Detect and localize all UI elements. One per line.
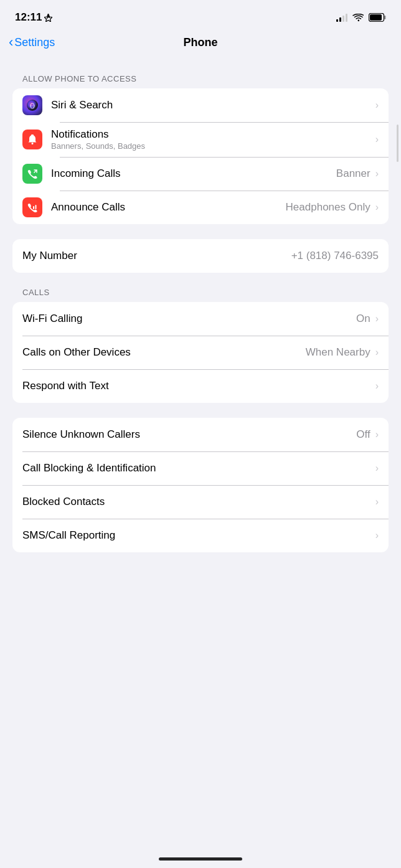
home-indicator xyxy=(159,857,242,861)
svg-rect-8 xyxy=(31,134,34,136)
card-calls: Wi-Fi Calling On › Calls on Other Device… xyxy=(12,302,389,403)
wifi-calling-value: On xyxy=(356,313,370,325)
row-sms-call-reporting[interactable]: SMS/Call Reporting › xyxy=(12,519,389,552)
silence-unknown-label: Silence Unknown Callers xyxy=(22,428,356,441)
announce-calls-label: Announce Calls xyxy=(51,201,286,214)
siri-search-label: Siri & Search xyxy=(51,99,373,111)
section-label-allow: ALLOW PHONE TO ACCESS xyxy=(0,74,401,83)
incoming-calls-icon xyxy=(22,164,42,184)
siri-icon xyxy=(22,95,42,115)
row-siri-search[interactable]: Siri & Search › xyxy=(12,88,389,122)
incoming-calls-label: Incoming Calls xyxy=(51,167,336,180)
row-respond-with-text[interactable]: Respond with Text › xyxy=(12,369,389,403)
time-label: 12:11 xyxy=(15,11,42,24)
chevron-icon: › xyxy=(375,100,379,111)
chevron-icon: › xyxy=(375,168,379,179)
row-blocked-contacts[interactable]: Blocked Contacts › xyxy=(12,485,389,519)
call-blocking-label: Call Blocking & Identification xyxy=(22,462,373,474)
blocked-contacts-label: Blocked Contacts xyxy=(22,496,373,508)
svg-rect-10 xyxy=(35,205,37,209)
chevron-icon: › xyxy=(375,380,379,392)
notifications-icon xyxy=(22,130,42,149)
notifications-subtitle: Banners, Sounds, Badges xyxy=(51,141,373,151)
row-my-number[interactable]: My Number +1 (818) 746-6395 xyxy=(12,239,389,273)
back-chevron-icon: ‹ xyxy=(9,35,13,49)
svg-rect-2 xyxy=(384,16,386,19)
chevron-icon: › xyxy=(375,429,379,440)
respond-with-text-label: Respond with Text xyxy=(22,380,373,392)
chevron-icon: › xyxy=(375,313,379,324)
row-silence-unknown[interactable]: Silence Unknown Callers Off › xyxy=(12,418,389,451)
announce-calls-value: Headphones Only xyxy=(286,201,370,214)
status-bar: 12:11 xyxy=(0,0,401,31)
section-label-calls: CALLS xyxy=(0,288,401,297)
my-number-value: +1 (818) 746-6395 xyxy=(291,250,379,262)
my-number-label: My Number xyxy=(22,250,291,262)
status-right xyxy=(336,13,386,22)
chevron-icon: › xyxy=(375,134,379,145)
wifi-icon xyxy=(352,14,364,22)
calls-other-devices-value: When Nearby xyxy=(306,346,370,359)
svg-point-4 xyxy=(27,100,38,111)
calls-other-devices-label: Calls on Other Devices xyxy=(22,346,306,359)
card-allow-access: Siri & Search › Notifications Banners, S… xyxy=(12,88,389,224)
incoming-calls-value: Banner xyxy=(336,167,370,180)
card-my-number: My Number +1 (818) 746-6395 xyxy=(12,239,389,273)
chevron-icon: › xyxy=(375,202,379,213)
svg-rect-3 xyxy=(370,14,382,21)
row-announce-calls[interactable]: Announce Calls Headphones Only › xyxy=(12,191,389,224)
svg-point-0 xyxy=(358,19,359,21)
card-blocking: Silence Unknown Callers Off › Call Block… xyxy=(12,418,389,552)
sms-call-reporting-label: SMS/Call Reporting xyxy=(22,529,373,542)
chevron-icon: › xyxy=(375,347,379,358)
chevron-icon: › xyxy=(375,463,379,474)
silence-unknown-value: Off xyxy=(356,428,370,441)
back-button[interactable]: ‹ Settings xyxy=(9,36,55,49)
notifications-label: Notifications xyxy=(51,128,373,141)
row-notifications[interactable]: Notifications Banners, Sounds, Badges › xyxy=(12,122,389,157)
row-calls-other-devices[interactable]: Calls on Other Devices When Nearby › xyxy=(12,336,389,369)
page-header: ‹ Settings Phone xyxy=(0,31,401,59)
status-time: 12:11 xyxy=(15,11,52,24)
location-icon xyxy=(44,14,52,22)
scrollbar[interactable] xyxy=(397,125,399,162)
row-incoming-calls[interactable]: Incoming Calls Banner › xyxy=(12,157,389,191)
svg-rect-9 xyxy=(33,206,34,209)
battery-icon xyxy=(369,13,386,22)
chevron-icon: › xyxy=(375,496,379,507)
page-title: Phone xyxy=(183,36,217,49)
announce-calls-icon xyxy=(22,197,42,217)
chevron-icon: › xyxy=(375,530,379,541)
row-call-blocking[interactable]: Call Blocking & Identification › xyxy=(12,451,389,485)
signal-icon xyxy=(336,13,347,22)
row-wifi-calling[interactable]: Wi-Fi Calling On › xyxy=(12,302,389,336)
svg-point-7 xyxy=(32,143,34,144)
wifi-calling-label: Wi-Fi Calling xyxy=(22,313,356,325)
back-label: Settings xyxy=(14,36,55,49)
